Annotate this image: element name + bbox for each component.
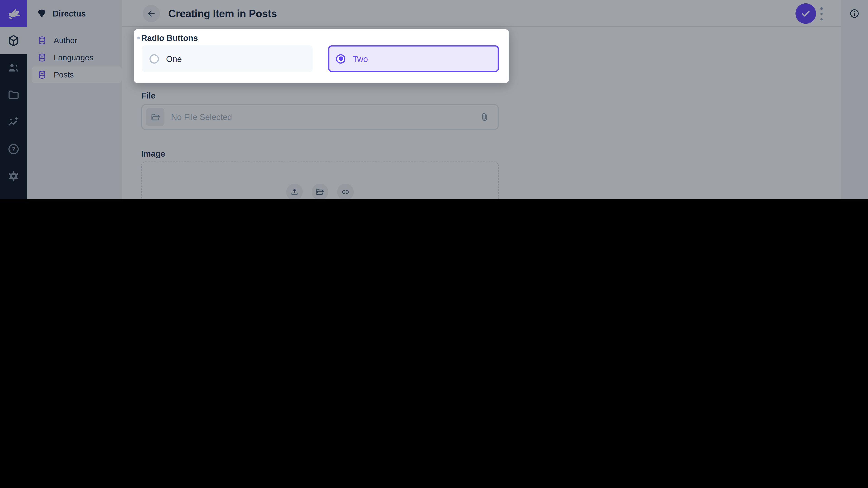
radio-option-two[interactable]: Two — [328, 45, 499, 72]
radio-option-label: One — [166, 54, 182, 64]
radio-unselected-icon — [149, 54, 159, 64]
directus-app: ? — [0, 0, 868, 199]
radio-selected-icon — [336, 54, 346, 64]
radio-option-one[interactable]: One — [142, 45, 313, 72]
edited-indicator-dot — [137, 37, 140, 39]
radio-buttons-field-card: Radio Buttons One Two — [134, 29, 509, 83]
radio-option-label: Two — [352, 54, 368, 64]
radio-field-label: Radio Buttons — [141, 33, 198, 43]
